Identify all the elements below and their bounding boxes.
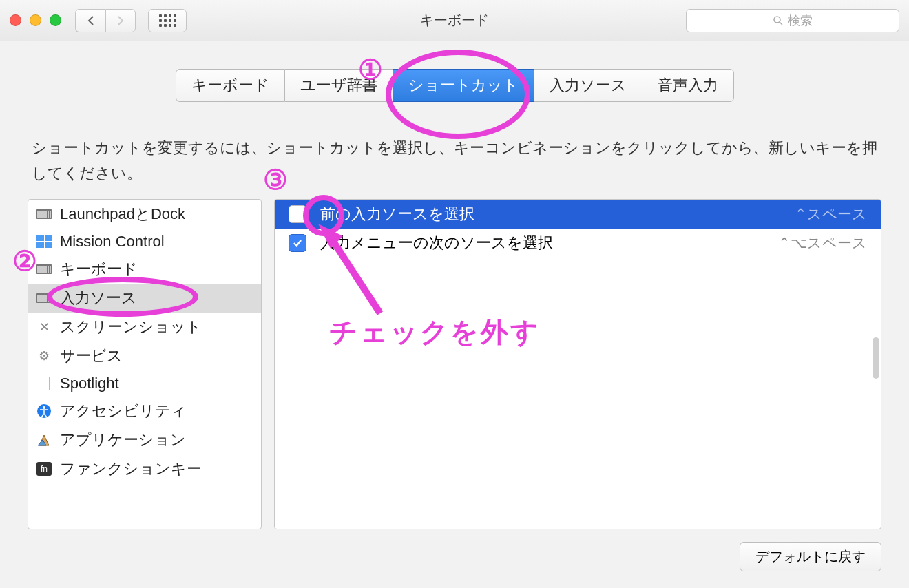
- sidebar-item-label: LaunchpadとDock: [60, 204, 185, 224]
- sidebar-item-label: サービス: [60, 346, 123, 366]
- keyboard-icon: [35, 262, 53, 277]
- sidebar-item-label: 入力ソース: [60, 288, 137, 308]
- search-icon: [773, 15, 784, 26]
- instructions-text: ショートカットを変更するには、ショートカットを選択し、キーコンビネーションをクリ…: [28, 135, 881, 187]
- mission-control-icon: [35, 234, 53, 249]
- bottom-bar: デフォルトに戻す: [28, 542, 881, 571]
- forward-button[interactable]: [105, 9, 136, 32]
- sidebar-item-function-keys[interactable]: fn ファンクションキー: [28, 454, 261, 483]
- svg-line-1: [780, 22, 782, 25]
- panels: LaunchpadとDock Mission Control キーボード 入力ソ…: [28, 199, 881, 529]
- sidebar-item-label: スクリーンショット: [60, 317, 202, 337]
- content-area: キーボード ユーザ辞書 ショートカット 入力ソース 音声入力 ショートカットを変…: [0, 41, 909, 585]
- category-sidebar[interactable]: LaunchpadとDock Mission Control キーボード 入力ソ…: [28, 199, 262, 529]
- search-field[interactable]: 検索: [686, 9, 899, 32]
- app-icon: [35, 432, 53, 448]
- scrollbar[interactable]: [873, 337, 879, 379]
- restore-defaults-button[interactable]: デフォルトに戻す: [740, 542, 881, 571]
- sidebar-item-screenshot[interactable]: ✕ スクリーンショット: [28, 313, 261, 342]
- back-button[interactable]: [75, 9, 105, 32]
- traffic-lights: [10, 14, 61, 26]
- nav-group: [75, 9, 136, 32]
- sidebar-item-spotlight[interactable]: Spotlight: [28, 370, 261, 397]
- search-placeholder: 検索: [788, 12, 813, 29]
- shortcut-row-next-input-source[interactable]: 入力メニューの次のソースを選択 ⌃⌥スペース: [275, 229, 881, 258]
- sidebar-item-mission-control[interactable]: Mission Control: [28, 229, 261, 255]
- grid-icon: [159, 14, 176, 27]
- tab-shortcuts[interactable]: ショートカット: [393, 69, 534, 102]
- minimize-window-button[interactable]: [30, 14, 41, 26]
- maximize-window-button[interactable]: [50, 14, 61, 26]
- sidebar-item-label: アプリケーション: [60, 430, 186, 450]
- sidebar-item-label: ファンクションキー: [60, 459, 202, 479]
- tab-dictation[interactable]: 音声入力: [642, 69, 734, 102]
- close-window-button[interactable]: [10, 14, 21, 26]
- shortcut-label: 前の入力ソースを選択: [320, 204, 474, 224]
- shortcut-label: 入力メニューの次のソースを選択: [320, 233, 553, 253]
- sidebar-item-keyboard[interactable]: キーボード: [28, 255, 261, 284]
- gear-icon: ⚙: [35, 348, 53, 364]
- sidebar-item-launchpad[interactable]: LaunchpadとDock: [28, 200, 261, 229]
- fn-icon: fn: [35, 461, 53, 476]
- sidebar-item-label: キーボード: [60, 259, 138, 280]
- sidebar-item-label: アクセシビリティ: [60, 401, 187, 421]
- shortcut-checkbox[interactable]: [289, 205, 306, 223]
- screenshot-icon: ✕: [35, 319, 53, 335]
- window-title: キーボード: [420, 11, 489, 30]
- svg-point-3: [43, 406, 45, 409]
- sidebar-item-input-sources[interactable]: 入力ソース: [28, 284, 261, 313]
- keyboard-icon: [35, 291, 53, 306]
- sidebar-item-accessibility[interactable]: アクセシビリティ: [28, 397, 261, 426]
- svg-point-0: [774, 17, 780, 23]
- show-all-button[interactable]: [148, 9, 187, 32]
- shortcut-checkbox[interactable]: [289, 234, 306, 252]
- shortcut-key[interactable]: ⌃⌥スペース: [778, 233, 867, 253]
- sidebar-item-label: Mission Control: [60, 233, 165, 251]
- sidebar-item-label: Spotlight: [60, 375, 119, 392]
- sidebar-item-services[interactable]: ⚙ サービス: [28, 342, 261, 370]
- document-icon: [35, 376, 53, 391]
- accessibility-icon: [35, 403, 53, 419]
- shortcuts-panel: 前の入力ソースを選択 ⌃スペース 入力メニューの次のソースを選択 ⌃⌥スペース: [274, 199, 881, 529]
- titlebar: キーボード 検索: [0, 0, 909, 41]
- tab-input-sources[interactable]: 入力ソース: [534, 69, 642, 102]
- tab-user-dictionary[interactable]: ユーザ辞書: [285, 69, 393, 102]
- sidebar-item-applications[interactable]: アプリケーション: [28, 426, 261, 454]
- tabs: キーボード ユーザ辞書 ショートカット 入力ソース 音声入力: [28, 69, 881, 102]
- shortcut-row-prev-input-source[interactable]: 前の入力ソースを選択 ⌃スペース: [275, 200, 881, 229]
- tab-keyboard[interactable]: キーボード: [176, 69, 285, 102]
- check-icon: [292, 238, 303, 249]
- shortcut-key[interactable]: ⌃スペース: [795, 204, 867, 224]
- keyboard-icon: [35, 207, 53, 222]
